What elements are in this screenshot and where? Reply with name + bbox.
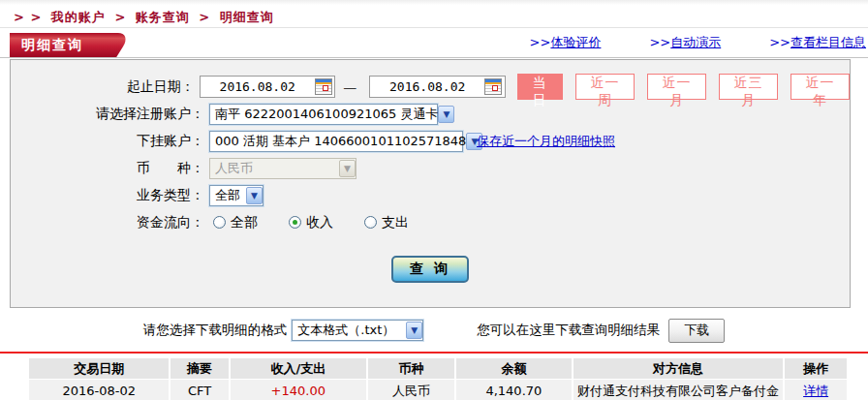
- breadcrumb-separator: >: [114, 10, 126, 24]
- chevron-down-icon: ▼: [339, 160, 356, 177]
- radio-icon: [213, 216, 226, 229]
- cell-currency: 人民币: [368, 380, 454, 400]
- download-format-select[interactable]: 文本格式（.txt） ▼: [292, 320, 423, 341]
- top-links: >>体验评价 >>自动演示 >>查看栏目信息: [530, 34, 868, 57]
- download-format-value: 文本格式（.txt）: [297, 322, 394, 339]
- cell-amount: +140.00: [231, 380, 366, 400]
- register-account-value: 南平 6222001406100921065 灵通卡: [215, 106, 438, 123]
- date-range-dash: —: [343, 79, 356, 95]
- link-auto-demo[interactable]: >>自动演示: [649, 34, 721, 51]
- header-currency: 币种: [368, 358, 454, 379]
- sub-account-label: 下挂账户：: [11, 133, 204, 150]
- end-date-box: [369, 76, 505, 98]
- business-type-select[interactable]: 全部 ▼: [209, 185, 264, 206]
- cell-balance: 4,140.70: [456, 380, 572, 400]
- date-range-label: 起止日期：: [11, 78, 195, 96]
- business-type-row: 业务类型： 全部 ▼: [11, 182, 850, 208]
- tab-detail-query[interactable]: 明细查询: [10, 33, 103, 57]
- start-date-box: [200, 76, 335, 98]
- radio-fund-flow-all[interactable]: 全部: [213, 214, 258, 231]
- register-account-row: 请选择注册账户： 南平 6222001406100921065 灵通卡 ▼: [11, 101, 850, 127]
- breadcrumb-separator: >: [199, 10, 210, 24]
- query-form-panel: 起止日期： — 当日 近一周 近一月 近三月 近一年 请选择注册账户： 南平 6…: [10, 59, 851, 308]
- cell-action: 详情: [785, 380, 847, 400]
- download-button[interactable]: 下载: [668, 319, 725, 343]
- currency-value: 人民币: [215, 160, 253, 177]
- query-button-row: 查 询: [11, 256, 850, 283]
- quick-range-buttons: 当日 近一周 近一月 近三月 近一年: [517, 74, 850, 100]
- sub-account-row: 下挂账户： 000 活期 基本户 1406600101102571848 ▼ 保…: [11, 128, 850, 154]
- red-divider: [0, 352, 868, 354]
- sub-account-select[interactable]: 000 活期 基本户 1406600101102571848 ▼: [209, 131, 463, 152]
- currency-row: 币 种： 人民币 ▼: [11, 155, 850, 181]
- link-experience-rating[interactable]: >>体验评价: [530, 34, 602, 51]
- header-date: 交易日期: [29, 358, 169, 379]
- chevron-down-icon: ▼: [246, 187, 263, 204]
- breadcrumb: > > 我的账户 > 账务查询 > 明细查询: [0, 0, 868, 28]
- quick-range-week-button[interactable]: 近一周: [575, 74, 635, 100]
- breadcrumb-item-account-query[interactable]: 账务查询: [136, 10, 190, 24]
- radio-icon: [289, 216, 301, 229]
- table-row: 2016-08-02 CFT +140.00 人民币 4,140.70 财付通支…: [29, 380, 847, 400]
- header-summary: 摘要: [170, 358, 228, 379]
- currency-label: 币 种：: [11, 160, 204, 177]
- link-view-column-info[interactable]: >>查看栏目信息: [769, 34, 866, 51]
- breadcrumb-item-detail-query[interactable]: 明细查询: [220, 10, 274, 24]
- download-hint: 您可以在这里下载查询明细结果: [477, 322, 660, 339]
- start-date-input[interactable]: [201, 77, 315, 96]
- sub-account-value: 000 活期 基本户 1406600101102571848: [215, 133, 466, 150]
- cell-counterparty: 财付通支付科技有限公司客户备付金: [574, 380, 783, 400]
- quick-range-year-button[interactable]: 近一年: [790, 74, 850, 100]
- chevron-down-icon: ▼: [438, 106, 454, 123]
- currency-select: 人民币 ▼: [209, 158, 356, 179]
- radio-fund-flow-income[interactable]: 收入: [289, 214, 333, 231]
- date-range-row: 起止日期： — 当日 近一周 近一月 近三月 近一年: [11, 74, 850, 100]
- fund-flow-options: 全部 收入 支出: [213, 214, 440, 231]
- fund-flow-row: 资金流向： 全部 收入 支出: [11, 209, 850, 235]
- quick-range-3month-button[interactable]: 近三月: [719, 74, 778, 100]
- query-button[interactable]: 查 询: [391, 256, 469, 283]
- business-type-value: 全部: [215, 187, 240, 204]
- header-balance: 余额: [456, 358, 572, 379]
- save-snapshot-link[interactable]: 保存近一个月的明细快照: [477, 133, 615, 150]
- download-format-label: 请您选择下载明细的格式: [143, 322, 288, 339]
- calendar-icon[interactable]: [484, 78, 502, 95]
- tab-bar: 明细查询 >>体验评价 >>自动演示 >>查看栏目信息: [0, 28, 868, 58]
- radio-fund-flow-expense[interactable]: 支出: [364, 214, 409, 231]
- header-amount: 收入/支出: [231, 358, 366, 379]
- breadcrumb-prefix: > >: [14, 10, 42, 24]
- register-account-select[interactable]: 南平 6222001406100921065 灵通卡 ▼: [209, 104, 438, 125]
- cell-date: 2016-08-02: [29, 380, 169, 400]
- register-account-label: 请选择注册账户：: [11, 106, 204, 123]
- header-action: 操作: [785, 358, 847, 379]
- header-counterparty: 对方信息: [574, 358, 783, 379]
- breadcrumb-item-my-account[interactable]: 我的账户: [51, 10, 106, 24]
- cell-summary: CFT: [170, 380, 228, 400]
- business-type-label: 业务类型：: [11, 187, 204, 204]
- result-table: 交易日期 摘要 收入/支出 币种 余额 对方信息 操作 2016-08-02 C…: [27, 357, 849, 400]
- quick-range-month-button[interactable]: 近一月: [647, 74, 706, 100]
- chevron-down-icon: ▼: [406, 322, 422, 339]
- table-header-row: 交易日期 摘要 收入/支出 币种 余额 对方信息 操作: [29, 358, 847, 379]
- quick-range-today-button[interactable]: 当日: [517, 74, 563, 100]
- end-date-input[interactable]: [370, 77, 484, 96]
- radio-icon: [364, 216, 377, 229]
- fund-flow-label: 资金流向：: [11, 214, 204, 231]
- detail-link[interactable]: 详情: [803, 384, 828, 398]
- calendar-icon[interactable]: [315, 78, 332, 95]
- download-row: 请您选择下载明细的格式 文本格式（.txt） ▼ 您可以在这里下载查询明细结果 …: [0, 317, 868, 344]
